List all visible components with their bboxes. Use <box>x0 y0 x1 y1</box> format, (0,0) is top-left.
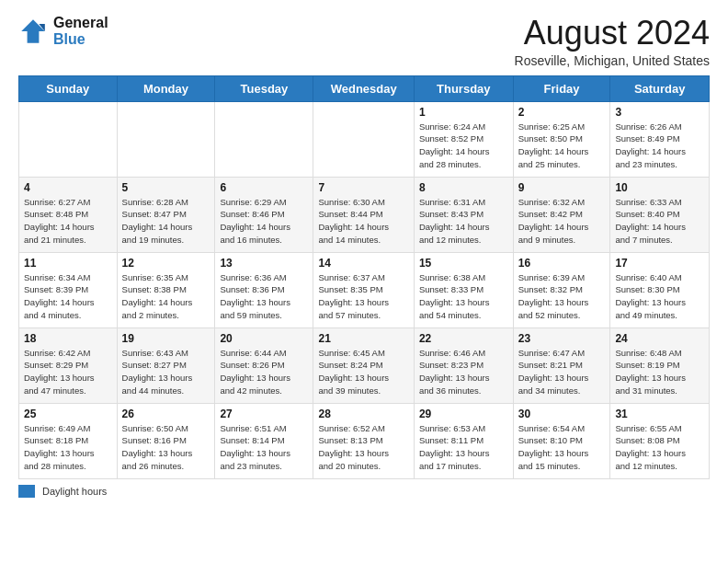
calendar-cell: 1Sunrise: 6:24 AM Sunset: 8:52 PM Daylig… <box>414 101 513 177</box>
day-number: 7 <box>318 181 408 194</box>
day-number: 14 <box>318 257 408 270</box>
day-info: Sunrise: 6:53 AM Sunset: 8:11 PM Dayligh… <box>419 422 508 473</box>
calendar-cell: 3Sunrise: 6:26 AM Sunset: 8:49 PM Daylig… <box>610 101 710 177</box>
day-number: 23 <box>518 332 606 345</box>
calendar-cell: 19Sunrise: 6:43 AM Sunset: 8:27 PM Dayli… <box>117 327 215 403</box>
svg-marker-0 <box>21 19 45 43</box>
day-number: 28 <box>318 408 408 420</box>
day-info: Sunrise: 6:45 AM Sunset: 8:24 PM Dayligh… <box>318 347 408 397</box>
day-info: Sunrise: 6:30 AM Sunset: 8:44 PM Dayligh… <box>318 196 408 247</box>
calendar-cell: 31Sunrise: 6:55 AM Sunset: 8:08 PM Dayli… <box>610 403 710 478</box>
day-info: Sunrise: 6:29 AM Sunset: 8:46 PM Dayligh… <box>220 196 308 247</box>
day-info: Sunrise: 6:51 AM Sunset: 8:14 PM Dayligh… <box>220 422 308 473</box>
day-number: 10 <box>615 181 704 194</box>
col-monday: Monday <box>117 75 215 101</box>
day-number: 9 <box>518 181 606 194</box>
day-number: 16 <box>518 257 606 270</box>
day-info: Sunrise: 6:54 AM Sunset: 8:10 PM Dayligh… <box>518 422 606 473</box>
col-wednesday: Wednesday <box>313 75 414 101</box>
day-number: 4 <box>24 181 112 194</box>
calendar-cell: 11Sunrise: 6:34 AM Sunset: 8:39 PM Dayli… <box>19 252 118 327</box>
day-info: Sunrise: 6:32 AM Sunset: 8:42 PM Dayligh… <box>518 196 606 247</box>
day-info: Sunrise: 6:39 AM Sunset: 8:32 PM Dayligh… <box>518 271 606 322</box>
day-info: Sunrise: 6:50 AM Sunset: 8:16 PM Dayligh… <box>122 422 210 473</box>
calendar-cell: 28Sunrise: 6:52 AM Sunset: 8:13 PM Dayli… <box>313 403 414 478</box>
calendar-cell: 12Sunrise: 6:35 AM Sunset: 8:38 PM Dayli… <box>117 252 215 327</box>
day-number: 18 <box>24 332 112 345</box>
footer: Daylight hours <box>18 485 710 498</box>
day-info: Sunrise: 6:44 AM Sunset: 8:26 PM Dayligh… <box>220 347 308 397</box>
calendar-cell: 4Sunrise: 6:27 AM Sunset: 8:48 PM Daylig… <box>19 177 118 252</box>
calendar-cell: 23Sunrise: 6:47 AM Sunset: 8:21 PM Dayli… <box>513 327 610 403</box>
day-number: 21 <box>318 332 408 345</box>
calendar-cell: 10Sunrise: 6:33 AM Sunset: 8:40 PM Dayli… <box>610 177 710 252</box>
calendar: Sunday Monday Tuesday Wednesday Thursday… <box>18 75 710 479</box>
col-tuesday: Tuesday <box>215 75 313 101</box>
calendar-cell: 22Sunrise: 6:46 AM Sunset: 8:23 PM Dayli… <box>414 327 513 403</box>
calendar-cell <box>117 101 215 177</box>
calendar-cell: 13Sunrise: 6:36 AM Sunset: 8:36 PM Dayli… <box>215 252 313 327</box>
day-number: 8 <box>419 181 508 194</box>
day-number: 2 <box>518 106 606 119</box>
calendar-cell: 15Sunrise: 6:38 AM Sunset: 8:33 PM Dayli… <box>414 252 513 327</box>
day-info: Sunrise: 6:55 AM Sunset: 8:08 PM Dayligh… <box>615 422 704 473</box>
day-number: 11 <box>24 257 112 270</box>
calendar-cell: 2Sunrise: 6:25 AM Sunset: 8:50 PM Daylig… <box>513 101 610 177</box>
calendar-cell: 18Sunrise: 6:42 AM Sunset: 8:29 PM Dayli… <box>19 327 118 403</box>
calendar-cell: 16Sunrise: 6:39 AM Sunset: 8:32 PM Dayli… <box>513 252 610 327</box>
day-number: 27 <box>220 408 308 420</box>
calendar-cell: 5Sunrise: 6:28 AM Sunset: 8:47 PM Daylig… <box>117 177 215 252</box>
day-number: 24 <box>615 332 704 345</box>
calendar-cell: 27Sunrise: 6:51 AM Sunset: 8:14 PM Dayli… <box>215 403 313 478</box>
calendar-cell: 20Sunrise: 6:44 AM Sunset: 8:26 PM Dayli… <box>215 327 313 403</box>
calendar-cell: 9Sunrise: 6:32 AM Sunset: 8:42 PM Daylig… <box>513 177 610 252</box>
logo-icon <box>18 17 48 46</box>
day-info: Sunrise: 6:33 AM Sunset: 8:40 PM Dayligh… <box>615 196 704 247</box>
calendar-cell: 17Sunrise: 6:40 AM Sunset: 8:30 PM Dayli… <box>610 252 710 327</box>
day-number: 12 <box>122 257 210 270</box>
calendar-cell: 8Sunrise: 6:31 AM Sunset: 8:43 PM Daylig… <box>414 177 513 252</box>
day-info: Sunrise: 6:49 AM Sunset: 8:18 PM Dayligh… <box>24 422 112 473</box>
day-info: Sunrise: 6:48 AM Sunset: 8:19 PM Dayligh… <box>615 347 704 397</box>
day-info: Sunrise: 6:24 AM Sunset: 8:52 PM Dayligh… <box>419 121 508 171</box>
col-friday: Friday <box>513 75 610 101</box>
calendar-week-2: 4Sunrise: 6:27 AM Sunset: 8:48 PM Daylig… <box>19 177 710 252</box>
day-number: 17 <box>615 257 704 270</box>
day-info: Sunrise: 6:38 AM Sunset: 8:33 PM Dayligh… <box>419 271 508 322</box>
day-info: Sunrise: 6:40 AM Sunset: 8:30 PM Dayligh… <box>615 271 704 322</box>
calendar-week-4: 18Sunrise: 6:42 AM Sunset: 8:29 PM Dayli… <box>19 327 710 403</box>
calendar-cell: 14Sunrise: 6:37 AM Sunset: 8:35 PM Dayli… <box>313 252 414 327</box>
page: General Blue August 2024 Roseville, Mich… <box>0 0 728 507</box>
header: General Blue August 2024 Roseville, Mich… <box>18 15 710 68</box>
day-number: 30 <box>518 408 606 420</box>
day-info: Sunrise: 6:42 AM Sunset: 8:29 PM Dayligh… <box>24 347 112 397</box>
col-saturday: Saturday <box>610 75 710 101</box>
legend-label: Daylight hours <box>42 486 107 497</box>
day-info: Sunrise: 6:36 AM Sunset: 8:36 PM Dayligh… <box>220 271 308 322</box>
day-number: 25 <box>24 408 112 420</box>
day-info: Sunrise: 6:47 AM Sunset: 8:21 PM Dayligh… <box>518 347 606 397</box>
calendar-cell: 7Sunrise: 6:30 AM Sunset: 8:44 PM Daylig… <box>313 177 414 252</box>
day-info: Sunrise: 6:35 AM Sunset: 8:38 PM Dayligh… <box>122 271 210 322</box>
calendar-week-5: 25Sunrise: 6:49 AM Sunset: 8:18 PM Dayli… <box>19 403 710 478</box>
calendar-cell: 24Sunrise: 6:48 AM Sunset: 8:19 PM Dayli… <box>610 327 710 403</box>
day-number: 26 <box>122 408 210 420</box>
day-info: Sunrise: 6:27 AM Sunset: 8:48 PM Dayligh… <box>24 196 112 247</box>
day-number: 13 <box>220 257 308 270</box>
calendar-cell <box>19 101 118 177</box>
day-number: 15 <box>419 257 508 270</box>
day-info: Sunrise: 6:46 AM Sunset: 8:23 PM Dayligh… <box>419 347 508 397</box>
calendar-cell <box>215 101 313 177</box>
calendar-cell: 6Sunrise: 6:29 AM Sunset: 8:46 PM Daylig… <box>215 177 313 252</box>
day-info: Sunrise: 6:52 AM Sunset: 8:13 PM Dayligh… <box>318 422 408 473</box>
title-section: August 2024 Roseville, Michigan, United … <box>515 15 710 68</box>
day-number: 22 <box>419 332 508 345</box>
calendar-cell <box>313 101 414 177</box>
calendar-week-1: 1Sunrise: 6:24 AM Sunset: 8:52 PM Daylig… <box>19 101 710 177</box>
legend-color-box <box>18 485 35 498</box>
main-title: August 2024 <box>515 15 710 52</box>
calendar-cell: 21Sunrise: 6:45 AM Sunset: 8:24 PM Dayli… <box>313 327 414 403</box>
day-number: 20 <box>220 332 308 345</box>
day-info: Sunrise: 6:28 AM Sunset: 8:47 PM Dayligh… <box>122 196 210 247</box>
day-number: 29 <box>419 408 508 420</box>
